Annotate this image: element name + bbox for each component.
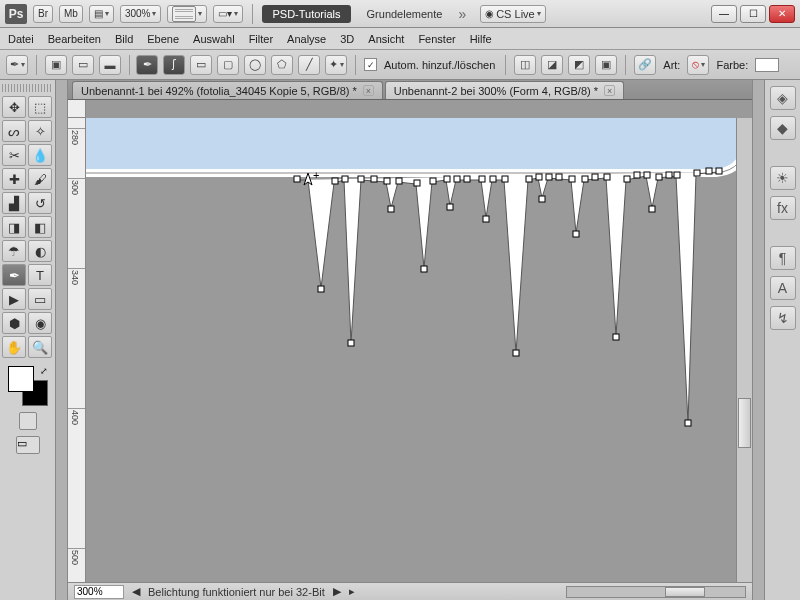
workspace-tab-psd-tutorials[interactable]: PSD-Tutorials xyxy=(262,5,350,23)
move-tool[interactable]: ✥ xyxy=(2,96,26,118)
3d-tool[interactable]: ⬢ xyxy=(2,312,26,334)
blur-tool[interactable]: ☂ xyxy=(2,240,26,262)
dodge-tool[interactable]: ◐ xyxy=(28,240,52,262)
menu-datei[interactable]: Datei xyxy=(8,33,34,45)
freeform-pen-icon[interactable]: ʃ xyxy=(163,55,185,75)
layers-panel-icon[interactable]: ◈ xyxy=(770,86,796,110)
history-brush-tool[interactable]: ↺ xyxy=(28,192,52,214)
palette-grip[interactable] xyxy=(2,84,53,92)
screenmode-dropdown[interactable]: ▭▾ xyxy=(213,5,243,23)
path-intersect-icon[interactable]: ◩ xyxy=(568,55,590,75)
status-nav-right-icon[interactable]: ▶ xyxy=(333,585,341,598)
workspace-tab-grundelemente[interactable]: Grundelemente xyxy=(357,5,453,23)
pen-tool[interactable]: ✒ xyxy=(2,264,26,286)
line-shape-icon[interactable]: ╱ xyxy=(298,55,320,75)
path-subtract-icon[interactable]: ◪ xyxy=(541,55,563,75)
eraser-tool[interactable]: ◨ xyxy=(2,216,26,238)
menu-hilfe[interactable]: Hilfe xyxy=(470,33,492,45)
hand-tool[interactable]: ✋ xyxy=(2,336,26,358)
document-tab[interactable]: Unbenannt-1 bei 492% (fotolia_34045 Kopi… xyxy=(72,81,383,99)
custom-shape-icon[interactable]: ✦ xyxy=(325,55,347,75)
vertical-ruler[interactable]: 280300340400500 xyxy=(68,118,86,582)
paragraph-panel-icon[interactable]: ¶ xyxy=(770,246,796,270)
quickmask-toggle[interactable] xyxy=(19,412,37,430)
adjustments-panel-icon[interactable]: ☀ xyxy=(770,166,796,190)
minimize-button[interactable]: — xyxy=(711,5,737,23)
lasso-tool[interactable]: ᔕ xyxy=(2,120,26,142)
type-tool[interactable]: T xyxy=(28,264,52,286)
shape-tool[interactable]: ▭ xyxy=(28,288,52,310)
menu-ansicht[interactable]: Ansicht xyxy=(368,33,404,45)
svg-rect-38 xyxy=(666,172,672,178)
svg-rect-36 xyxy=(649,206,655,212)
status-nav-left-icon[interactable]: ◀ xyxy=(132,585,140,598)
menu-3d[interactable]: 3D xyxy=(340,33,354,45)
status-menu-icon[interactable]: ▸ xyxy=(349,585,355,598)
zoom-dropdown[interactable]: 300% xyxy=(120,5,162,23)
path-exclude-icon[interactable]: ▣ xyxy=(595,55,617,75)
vertical-scrollbar[interactable] xyxy=(736,118,752,582)
crop-tool[interactable]: ✂ xyxy=(2,144,26,166)
eyedropper-tool[interactable]: 💧 xyxy=(28,144,52,166)
magic-wand-tool[interactable]: ✧ xyxy=(28,120,52,142)
document-tab[interactable]: Unbenannt-2 bei 300% (Form 4, RGB/8) *× xyxy=(385,81,624,99)
paths-panel-icon[interactable]: ↯ xyxy=(770,306,796,330)
character-panel-icon[interactable]: A xyxy=(770,276,796,300)
zoom-input[interactable] xyxy=(74,585,124,599)
fill-pixels-mode[interactable]: ▬ xyxy=(99,55,121,75)
maximize-button[interactable]: ☐ xyxy=(740,5,766,23)
pen-icon[interactable]: ✒ xyxy=(136,55,158,75)
menu-filter[interactable]: Filter xyxy=(249,33,273,45)
scrollbar-thumb[interactable] xyxy=(665,587,705,597)
canvas[interactable]: + xyxy=(86,118,736,582)
bridge-button[interactable]: Br xyxy=(33,5,53,23)
art-style-dropdown[interactable]: ⦸ xyxy=(687,55,709,75)
paths-mode[interactable]: ▭ xyxy=(72,55,94,75)
path-combine-icon[interactable]: ◫ xyxy=(514,55,536,75)
zoom-tool[interactable]: 🔍 xyxy=(28,336,52,358)
stamp-tool[interactable]: ▟ xyxy=(2,192,26,214)
menu-auswahl[interactable]: Auswahl xyxy=(193,33,235,45)
screenmode-toggle[interactable]: ▭ xyxy=(16,436,40,454)
pen-tool-preset[interactable]: ✒ xyxy=(6,55,28,75)
scrollbar-thumb[interactable] xyxy=(738,398,751,448)
menu-bild[interactable]: Bild xyxy=(115,33,133,45)
foreground-color[interactable] xyxy=(8,366,34,392)
menu-ebene[interactable]: Ebene xyxy=(147,33,179,45)
path-select-tool[interactable]: ▶ xyxy=(2,288,26,310)
3d-camera-tool[interactable]: ◉ xyxy=(28,312,52,334)
svg-rect-31 xyxy=(604,174,610,180)
right-dock-collapse[interactable] xyxy=(752,80,764,600)
ellipse-shape-icon[interactable]: ◯ xyxy=(244,55,266,75)
horizontal-scrollbar[interactable] xyxy=(566,586,746,598)
left-dock-collapse[interactable] xyxy=(56,80,68,600)
menu-analyse[interactable]: Analyse xyxy=(287,33,326,45)
view-extras-dropdown[interactable]: ▤ xyxy=(89,5,114,23)
menu-fenster[interactable]: Fenster xyxy=(418,33,455,45)
cs-live-button[interactable]: ◉ CS Live xyxy=(480,5,546,23)
close-tab-icon[interactable]: × xyxy=(604,85,615,96)
styles-panel-icon[interactable]: fx xyxy=(770,196,796,220)
marquee-tool[interactable]: ⬚ xyxy=(28,96,52,118)
polygon-shape-icon[interactable]: ⬠ xyxy=(271,55,293,75)
style-link-icon[interactable]: 🔗 xyxy=(634,55,656,75)
fill-color-swatch[interactable] xyxy=(755,58,779,72)
gradient-tool[interactable]: ◧ xyxy=(28,216,52,238)
svg-rect-5 xyxy=(358,176,364,182)
healing-tool[interactable]: ✚ xyxy=(2,168,26,190)
swap-colors-icon[interactable]: ⤢ xyxy=(40,366,48,376)
workspace-more-icon[interactable]: » xyxy=(458,6,466,22)
minibridge-button[interactable]: Mb xyxy=(59,5,83,23)
color-picker[interactable]: ⤢ xyxy=(8,366,48,406)
close-button[interactable]: ✕ xyxy=(769,5,795,23)
rect-shape-icon[interactable]: ▭ xyxy=(190,55,212,75)
shape-layers-mode[interactable]: ▣ xyxy=(45,55,67,75)
roundrect-shape-icon[interactable]: ▢ xyxy=(217,55,239,75)
menu-bearbeiten[interactable]: Bearbeiten xyxy=(48,33,101,45)
close-tab-icon[interactable]: × xyxy=(363,85,374,96)
ruler-origin[interactable] xyxy=(68,100,86,118)
arrange-dropdown[interactable] xyxy=(167,5,207,23)
channels-panel-icon[interactable]: ◆ xyxy=(770,116,796,140)
brush-tool[interactable]: 🖌 xyxy=(28,168,52,190)
auto-add-delete-checkbox[interactable]: ✓ xyxy=(364,58,377,71)
